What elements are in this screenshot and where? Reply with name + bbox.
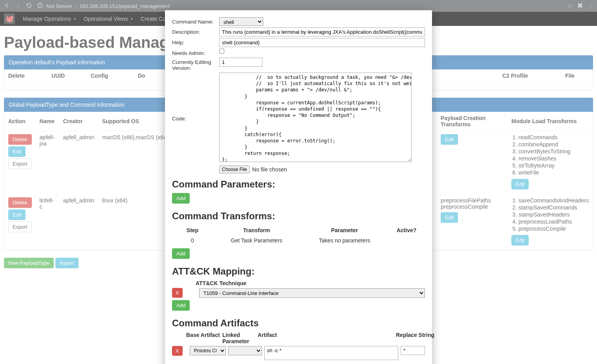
transforms-heading: Command Transforms: <box>172 211 425 222</box>
transforms-table: Step Transform Parameter Active? 0 Get T… <box>172 225 425 246</box>
parameters-heading: Command Parameters: <box>172 179 425 190</box>
no-file-label: No file chosen <box>252 166 287 173</box>
version-label: Currently Editing Version: <box>172 58 219 71</box>
description-label: Description: <box>172 27 219 35</box>
needs-admin-label: Needs Admin: <box>172 49 219 56</box>
edit-command-modal: Command Name: shell Description: Help: N… <box>165 10 432 274</box>
add-parameter-button[interactable]: Add <box>172 193 190 204</box>
attack-heading: ATT&CK Mapping: <box>172 266 425 274</box>
version-input[interactable] <box>219 58 262 67</box>
command-name-label: Command Name: <box>172 17 219 25</box>
add-transform-button[interactable]: Add <box>172 248 190 259</box>
code-label: Code: <box>172 73 219 122</box>
description-input[interactable] <box>219 27 425 36</box>
choose-file-button[interactable]: Choose File <box>219 166 250 173</box>
help-label: Help: <box>172 38 219 46</box>
transform-row: 0 Get Task Parameters Takes no parameter… <box>173 236 424 245</box>
code-textarea[interactable] <box>219 73 412 162</box>
command-name-select[interactable]: shell <box>219 17 263 26</box>
help-input[interactable] <box>219 38 425 47</box>
needs-admin-checkbox[interactable] <box>219 49 224 54</box>
